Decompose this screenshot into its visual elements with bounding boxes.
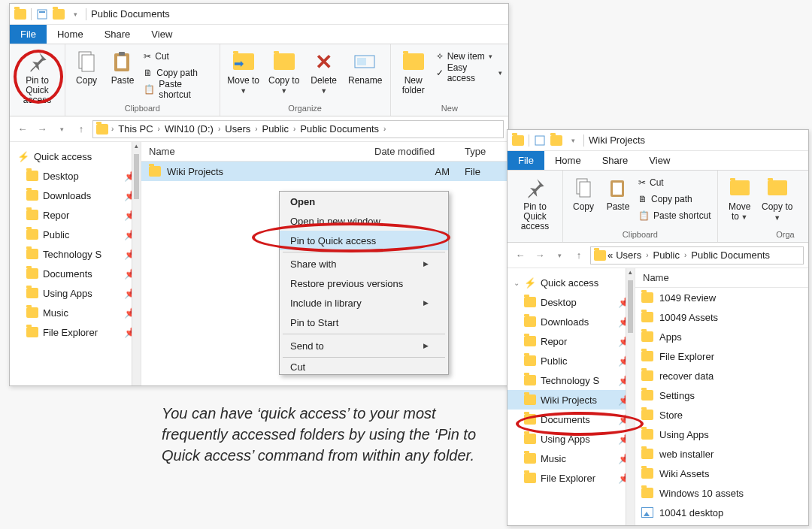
open-folder-icon[interactable] [550, 135, 562, 147]
crumb-publicdocs[interactable]: Public Documents [689, 249, 771, 261]
pin-to-quick-access-button[interactable]: Pin to Quick access [14, 47, 60, 107]
file-item[interactable]: 1049 Review [635, 288, 808, 307]
rename-button[interactable]: Rename [345, 47, 386, 87]
file-item[interactable]: recover data [635, 366, 808, 385]
tab-file[interactable]: File [10, 25, 47, 44]
ctx-restore[interactable]: Restore previous versions [280, 274, 448, 293]
file-row-selected[interactable]: Wiki Projects AM File [141, 162, 508, 181]
recent-dropdown[interactable]: ▾ [551, 247, 568, 264]
new-item-button[interactable]: ✧ New item ▾ [436, 49, 502, 64]
copy-to-button[interactable]: Copy to ▼ [265, 47, 303, 98]
properties-icon[interactable] [36, 8, 48, 20]
sidebar-item[interactable]: File Explorer📌 [10, 322, 141, 342]
crumb-lead[interactable]: « [606, 249, 614, 261]
crumb-users[interactable]: Users [223, 123, 252, 135]
move-to-button[interactable]: ➡ Move to ▼ [225, 47, 262, 98]
sidebar-item[interactable]: Repor📌 [508, 331, 635, 351]
chevron-right-icon[interactable]: › [215, 125, 223, 133]
ctx-cut[interactable]: Cut [280, 359, 448, 374]
chevron-right-icon[interactable]: › [290, 125, 298, 133]
tab-home[interactable]: Home [47, 25, 94, 44]
file-item[interactable]: Wiki Assets [635, 464, 808, 483]
col-name[interactable]: Name [635, 272, 808, 283]
sidebar-item[interactable]: Technology S📌 [10, 244, 141, 264]
chevron-right-icon[interactable]: › [108, 125, 117, 133]
scrollbar[interactable]: ▴ [132, 142, 141, 385]
crumb-public[interactable]: Public [261, 123, 290, 135]
file-item[interactable]: File Explorer [635, 346, 808, 366]
recent-dropdown[interactable]: ▾ [53, 121, 70, 138]
chevron-right-icon[interactable]: › [380, 125, 389, 133]
qat-dropdown-icon[interactable]: ▾ [69, 8, 81, 20]
quick-access-header[interactable]: ⌄ ⚡ Quick access [508, 273, 635, 292]
sidebar-item[interactable]: Repor📌 [10, 205, 141, 225]
sidebar-item[interactable]: Technology S📌 [508, 370, 635, 390]
delete-button[interactable]: ✕ Delete ▼ [306, 47, 342, 98]
forward-button[interactable]: → [34, 121, 50, 138]
crumb-public[interactable]: Public [652, 249, 681, 261]
tab-view[interactable]: View [638, 151, 680, 170]
paste-shortcut-button[interactable]: 📋Paste shortcut [638, 208, 711, 223]
quick-access-header[interactable]: ⚡ Quick access [10, 147, 141, 166]
back-button[interactable]: ← [14, 121, 31, 138]
col-type[interactable]: Type [457, 146, 508, 157]
chevron-right-icon[interactable]: › [155, 125, 163, 133]
file-item[interactable]: 10041 desktop [635, 503, 808, 522]
address-bar[interactable]: « Users› Public› Public Documents [590, 246, 804, 264]
copy-path-button[interactable]: 🗎 Copy path [144, 65, 213, 80]
ctx-pin-quick-access[interactable]: Pin to Quick access [280, 231, 448, 250]
sidebar-item[interactable]: Documents📌 [508, 410, 635, 429]
ctx-pin-start[interactable]: Pin to Start [280, 313, 448, 332]
ctx-open[interactable]: Open [280, 192, 448, 211]
sidebar-item[interactable]: Using Apps📌 [10, 283, 141, 303]
chevron-right-icon[interactable]: › [681, 251, 689, 259]
ctx-send-to[interactable]: Send to▶ [280, 336, 448, 355]
col-name[interactable]: Name [141, 146, 367, 157]
file-item[interactable]: Settings [635, 385, 808, 405]
address-bar[interactable]: › This PC› WIN10 (D:)› Users› Public› Pu… [92, 120, 504, 138]
sidebar-item[interactable]: Documents📌 [10, 264, 141, 283]
file-item[interactable]: Apps [635, 327, 808, 346]
tab-home[interactable]: Home [544, 151, 592, 170]
copy-path-button[interactable]: 🗎Copy path [638, 192, 711, 207]
properties-icon[interactable] [534, 135, 546, 147]
paste-button[interactable]: Paste [602, 174, 634, 213]
chevron-right-icon[interactable]: › [643, 251, 651, 259]
file-item[interactable]: web installer [635, 444, 808, 464]
file-item[interactable]: Using Apps [635, 425, 808, 444]
cut-button[interactable]: ✂Cut [638, 175, 711, 190]
pin-to-quick-access-button[interactable]: Pin to Quick access [512, 174, 558, 233]
file-item[interactable]: 10049 Assets [635, 307, 808, 327]
col-date[interactable]: Date modified [367, 146, 457, 157]
move-to-button[interactable]: Move to ▼ [723, 174, 757, 224]
paste-button[interactable]: Paste [106, 47, 139, 87]
chevron-right-icon[interactable]: › [252, 125, 260, 133]
file-item[interactable]: Store [635, 405, 808, 425]
tab-share[interactable]: Share [592, 151, 639, 170]
cut-button[interactable]: ✂ Cut [144, 49, 213, 64]
sidebar-item[interactable]: Using Apps📌 [508, 429, 635, 449]
new-folder-button[interactable]: New folder [395, 47, 432, 97]
sidebar-item[interactable]: Desktop📌 [508, 292, 635, 312]
scrollbar[interactable]: ▴ [626, 268, 635, 525]
forward-button[interactable]: → [532, 247, 548, 264]
sidebar-item[interactable]: Music📌 [508, 449, 635, 468]
paste-shortcut-button[interactable]: 📋 Paste shortcut [144, 82, 213, 97]
ctx-include-library[interactable]: Include in library▶ [280, 293, 448, 313]
copy-button[interactable]: Copy [70, 47, 103, 87]
ctx-share-with[interactable]: Share with▶ [280, 254, 448, 274]
file-item[interactable]: Windows 10 assets [635, 483, 808, 503]
up-button[interactable]: ↑ [73, 121, 89, 138]
open-folder-icon[interactable] [53, 8, 65, 20]
up-button[interactable]: ↑ [571, 247, 587, 264]
qat-dropdown-icon[interactable]: ▾ [567, 135, 579, 147]
chevron-down-icon[interactable]: ⌄ [514, 279, 520, 287]
sidebar-item[interactable]: Public📌 [10, 225, 141, 244]
crumb-drive[interactable]: WIN10 (D:) [163, 123, 215, 135]
tab-file[interactable]: File [508, 151, 544, 170]
sidebar-item[interactable]: Music📌 [10, 303, 141, 322]
sidebar-item[interactable]: File Explorer📌 [508, 468, 635, 488]
sidebar-item[interactable]: Downloads📌 [10, 186, 141, 205]
sidebar-item[interactable]: Wiki Projects📌 [508, 390, 635, 410]
crumb-publicdocs[interactable]: Public Documents [298, 123, 380, 135]
